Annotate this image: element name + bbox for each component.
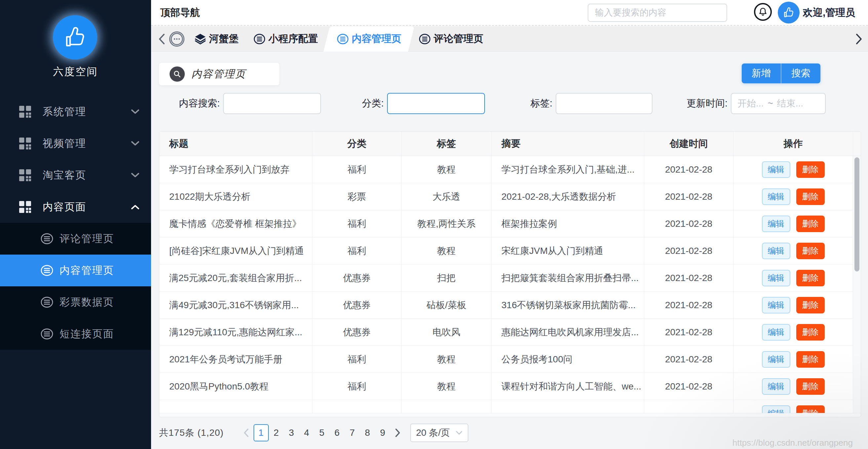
prev-page-icon[interactable] <box>239 428 253 437</box>
cell-category <box>312 400 402 413</box>
cell-summary: 宋红康JVM从入门到精通 <box>492 237 644 264</box>
topnav-title: 顶部导航 <box>160 0 200 25</box>
delete-button[interactable]: 删除 <box>796 270 825 286</box>
sidebar-group-content[interactable]: 内容页面 <box>0 191 151 223</box>
table-row: 2020黑马Python5.0教程 福利 教程 课程针对和谐方向人工智能、we.… <box>159 373 861 400</box>
cell-title: 2020黑马Python5.0教程 <box>159 373 312 400</box>
watermark-text: https://blog.csdn.net/orangpeng <box>733 438 853 448</box>
cell-created: 2021-02-28 <box>644 156 734 183</box>
page-number-9[interactable]: 9 <box>375 427 391 438</box>
sidebar: 六度空间 系统管理 <box>0 0 151 449</box>
edit-button[interactable]: 编辑 <box>762 406 790 413</box>
user-avatar[interactable] <box>778 2 800 24</box>
content-search-input[interactable] <box>223 93 321 114</box>
column-header-title: 标题 <box>159 131 312 156</box>
edit-button[interactable]: 编辑 <box>762 378 790 395</box>
delete-button[interactable]: 删除 <box>796 378 825 395</box>
delete-button[interactable]: 删除 <box>796 406 825 413</box>
sidebar-group-video[interactable]: 视频管理 <box>0 128 151 159</box>
chevron-down-icon <box>131 141 139 146</box>
tab-label: 小程序配置 <box>269 32 318 46</box>
delete-button[interactable]: 删除 <box>796 188 825 205</box>
tab-hexiebao[interactable]: 河蟹堡 <box>194 26 239 52</box>
sidebar-item-comment-manage[interactable]: 评论管理页 <box>0 223 151 255</box>
sidebar-item-lottery-data[interactable]: 彩票数据页 <box>0 286 151 318</box>
page-number-1[interactable]: 1 <box>253 424 269 441</box>
cell-title: 魔卡情感《恋爱脊椎 框架推拉》 <box>159 210 312 237</box>
page-size-select[interactable]: 20 条/页 <box>410 423 468 442</box>
table-scrollbar-thumb[interactable] <box>855 157 859 271</box>
circle-menu-icon <box>253 33 266 44</box>
add-button[interactable]: 新增 <box>742 63 781 83</box>
sidebar-submenu: 评论管理页 内容管理页 彩票数据页 <box>0 223 151 350</box>
global-search-input[interactable] <box>588 4 727 22</box>
page-number-4[interactable]: 4 <box>299 427 314 438</box>
edit-button[interactable]: 编辑 <box>762 216 790 232</box>
edit-button[interactable]: 编辑 <box>762 161 790 178</box>
tabs-scroll-left-icon[interactable] <box>158 33 165 44</box>
page-title: 内容管理页 <box>191 67 246 81</box>
sidebar-item-content-manage[interactable]: 内容管理页 <box>0 255 151 286</box>
cell-created: 2021-02-28 <box>644 319 734 346</box>
delete-button[interactable]: 删除 <box>796 161 825 178</box>
page-title-panel: 内容管理页 <box>159 63 279 85</box>
page-number-5[interactable]: 5 <box>314 427 330 438</box>
page-number-6[interactable]: 6 <box>330 427 345 438</box>
page-number-7[interactable]: 7 <box>345 427 360 438</box>
sidebar-group-system[interactable]: 系统管理 <box>0 96 151 128</box>
cell-title: 满49元减30元,316不锈钢家用... <box>159 292 312 319</box>
grid-icon <box>19 138 31 150</box>
sidebar-item-short-link[interactable]: 短连接页面 <box>0 318 151 350</box>
cell-title <box>159 400 312 413</box>
column-header-tag: 标签 <box>402 131 492 156</box>
circle-menu-icon <box>40 328 54 339</box>
delete-button[interactable]: 删除 <box>796 351 825 368</box>
edit-button[interactable]: 编辑 <box>762 324 790 340</box>
category-input[interactable] <box>387 93 485 114</box>
filter-update-time: 更新时间: 开始... ~ 结束... <box>686 93 826 114</box>
notification-button[interactable] <box>754 3 772 21</box>
table-scrollbar <box>853 156 861 413</box>
sidebar-item-label: 内容管理页 <box>60 264 114 277</box>
delete-button[interactable]: 删除 <box>796 216 825 232</box>
table-footer-strip <box>159 413 861 417</box>
search-icon <box>169 66 185 82</box>
sidebar-group-label: 视频管理 <box>43 137 131 150</box>
tag-input[interactable] <box>556 93 652 114</box>
table-row: 满49元减30元,316不锈钢家用... 优惠券 砧板/菜板 316不锈钢切菜板… <box>159 292 861 319</box>
cell-actions: 编辑 删除 <box>734 210 853 237</box>
edit-button[interactable]: 编辑 <box>762 351 790 368</box>
delete-button[interactable]: 删除 <box>796 243 825 259</box>
page-content: 内容管理页 新增 搜索 内容搜索: 分类: 标签: 更新时间: 开始... ~ … <box>151 52 868 449</box>
tab-content-manage[interactable]: 内容管理页 <box>327 26 411 52</box>
tab-label: 评论管理页 <box>434 32 483 46</box>
delete-button[interactable]: 删除 <box>796 324 825 340</box>
search-button[interactable]: 搜索 <box>781 63 820 83</box>
date-range-input[interactable]: 开始... ~ 结束... <box>731 93 826 114</box>
circle-menu-icon <box>418 33 431 44</box>
tabs-more-button[interactable] <box>169 31 184 47</box>
page-number-8[interactable]: 8 <box>360 427 375 438</box>
page-number-2[interactable]: 2 <box>269 427 284 438</box>
delete-button[interactable]: 删除 <box>796 297 825 313</box>
cell-summary: 惠能达网红电吹风机家用理发店... <box>492 319 644 346</box>
chevron-down-icon <box>131 110 139 114</box>
edit-button[interactable]: 编辑 <box>762 270 790 286</box>
cell-created: 2021-02-28 <box>644 346 734 372</box>
cell-created: 2021-02-28 <box>644 292 734 319</box>
edit-button[interactable]: 编辑 <box>762 243 790 259</box>
main-area: 顶部导航 欢迎,管理员 <box>151 0 868 449</box>
edit-button[interactable]: 编辑 <box>762 297 790 313</box>
chevron-up-icon <box>131 205 139 209</box>
tabs-scroll-right-icon[interactable] <box>856 26 863 52</box>
edit-button[interactable]: 编辑 <box>762 188 790 205</box>
cell-category: 优惠券 <box>312 319 402 346</box>
cell-category: 优惠券 <box>312 265 402 291</box>
next-page-icon[interactable] <box>391 428 405 437</box>
page-number-3[interactable]: 3 <box>284 427 299 438</box>
sidebar-group-taobao[interactable]: 淘宝客页 <box>0 159 151 191</box>
tab-miniprogram-config[interactable]: 小程序配置 <box>253 26 318 52</box>
tab-comment-manage[interactable]: 评论管理页 <box>418 26 483 52</box>
table-header: 标题 分类 标签 摘要 创建时间 操作 <box>159 131 861 156</box>
cell-tag <box>402 400 492 413</box>
